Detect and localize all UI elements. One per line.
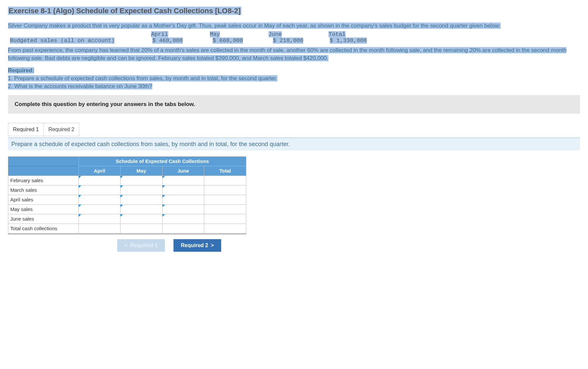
input-jun-total[interactable] <box>204 214 246 224</box>
collection-policy-text: From past experience, the company has le… <box>8 46 580 62</box>
tab-required-1[interactable]: Required 1 <box>8 123 44 136</box>
row-total: Total cash collections <box>8 224 79 233</box>
input-apr-june[interactable] <box>162 195 204 204</box>
required-section: Required: 1. Prepare a schedule of expec… <box>8 67 580 90</box>
sub-instruction: Prepare a schedule of expected cash coll… <box>8 137 580 150</box>
exercise-title: Exercise 8-1 (Algo) Schedule of Expected… <box>8 7 580 15</box>
tabs-row: Required 1 Required 2 <box>8 123 580 136</box>
input-total-may[interactable] <box>121 224 162 233</box>
col-may: May <box>121 166 162 176</box>
row-apr: April sales <box>8 195 79 204</box>
input-feb-june[interactable] <box>162 176 204 185</box>
input-mar-june[interactable] <box>162 185 204 195</box>
input-jun-may[interactable] <box>121 214 162 224</box>
input-feb-april[interactable] <box>78 176 121 185</box>
prev-button[interactable]: < Required 1 <box>117 239 165 252</box>
input-mar-may[interactable] <box>121 185 162 195</box>
input-apr-may[interactable] <box>121 195 162 204</box>
input-mar-april[interactable] <box>78 185 121 195</box>
col-june: June <box>162 166 204 176</box>
input-jun-june[interactable] <box>162 214 204 224</box>
chevron-left-icon: < <box>124 242 127 248</box>
input-feb-total[interactable] <box>204 176 246 185</box>
input-apr-total[interactable] <box>204 195 246 204</box>
input-total-june[interactable] <box>162 224 204 233</box>
input-may-total[interactable] <box>204 204 246 214</box>
schedule-title-cell: Schedule of Expected Cash Collections <box>78 156 246 166</box>
col-april: April <box>78 166 121 176</box>
input-total-total[interactable] <box>204 224 246 233</box>
col-total: Total <box>204 166 246 176</box>
input-may-april[interactable] <box>78 204 121 214</box>
chevron-right-icon: > <box>211 242 214 248</box>
next-button[interactable]: Required 2 > <box>173 239 221 252</box>
input-feb-may[interactable] <box>121 176 162 185</box>
problem-description: Silver Company makes a product that is v… <box>8 22 580 30</box>
row-feb: February sales <box>8 176 79 185</box>
input-jun-april[interactable] <box>78 214 121 224</box>
instruction-bar: Complete this question by entering your … <box>8 95 580 114</box>
input-may-june[interactable] <box>162 204 204 214</box>
input-may-may[interactable] <box>121 204 162 214</box>
input-mar-total[interactable] <box>204 185 246 195</box>
row-jun: June sales <box>8 214 79 224</box>
budget-table: April May June Total Budgeted sales (all… <box>8 31 369 44</box>
input-total-april[interactable] <box>78 224 121 233</box>
input-apr-april[interactable] <box>78 195 121 204</box>
row-mar: March sales <box>8 185 79 195</box>
row-may: May sales <box>8 204 79 214</box>
tab-required-2[interactable]: Required 2 <box>44 123 79 136</box>
schedule-table: Schedule of Expected Cash Collections Ap… <box>8 156 246 234</box>
